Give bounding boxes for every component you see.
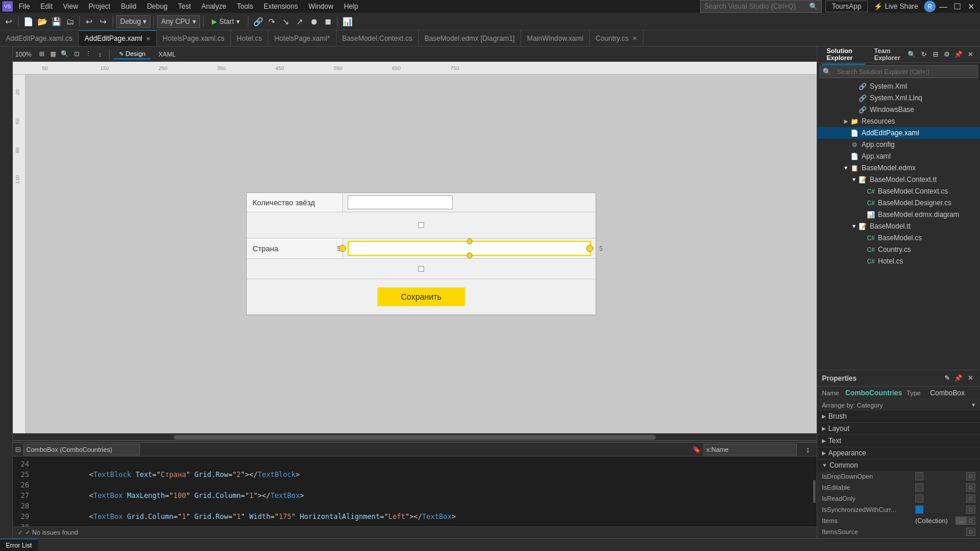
- resize-handle2[interactable]: [418, 266, 424, 272]
- prop-checkbox[interactable]: [915, 494, 923, 503]
- toolbar-breakpoint[interactable]: ⏺: [307, 15, 320, 28]
- prop-section-brush-header[interactable]: ▶ Brush: [817, 410, 980, 422]
- hscroll-thumb[interactable]: [174, 435, 656, 440]
- tree-item-addeditpage-xaml[interactable]: 📄 AddEditPage.xaml: [817, 127, 980, 139]
- grid2-icon[interactable]: ▦: [48, 49, 58, 59]
- toolbar-step-over[interactable]: ↷: [265, 15, 278, 28]
- save-button[interactable]: Сохранить: [377, 287, 465, 306]
- error-list-tab[interactable]: Error List: [0, 539, 38, 551]
- main-search-box[interactable]: 🔍: [700, 0, 822, 13]
- country-combobox[interactable]: [348, 241, 591, 256]
- toolbar-step-out[interactable]: ↗: [293, 15, 306, 28]
- tab-hotel-cs[interactable]: Hotel.cs: [231, 30, 268, 47]
- tab-basemodel-context[interactable]: BaseModel.Context.cs: [337, 30, 419, 47]
- tab-close-country-icon[interactable]: ✕: [632, 35, 637, 41]
- prop-set-btn[interactable]: □: [966, 483, 975, 492]
- prop-set-btn[interactable]: □: [966, 494, 975, 503]
- sol-props-icon[interactable]: ⚙: [942, 50, 952, 60]
- prop-edit-button[interactable]: ...: [956, 517, 966, 525]
- main-search-input[interactable]: [704, 2, 809, 10]
- prop-checkbox[interactable]: [915, 483, 923, 492]
- solution-search[interactable]: 🔍: [820, 65, 978, 78]
- xaml-mode-btn[interactable]: XAML: [153, 49, 181, 59]
- tree-item-app-config[interactable]: ⚙ App.config: [817, 139, 980, 150]
- combobox-name-field[interactable]: [23, 444, 140, 455]
- toolbar-save[interactable]: 💾: [50, 15, 62, 28]
- menu-edit[interactable]: Edit: [36, 1, 57, 12]
- tab-country-cs[interactable]: Country.cs ✕: [590, 30, 643, 47]
- tree-item-model-tt[interactable]: ▼ 📝 BaseModel.tt: [817, 220, 980, 232]
- menu-file[interactable]: File: [14, 1, 34, 12]
- tab-basemodel-edmx[interactable]: BaseModel.edmx [Diagram1]: [419, 30, 522, 47]
- toolbar-undo[interactable]: ↩: [83, 15, 96, 28]
- menu-tools[interactable]: Tools: [232, 1, 258, 12]
- menu-window[interactable]: Window: [304, 1, 338, 12]
- toolbar-redo[interactable]: ↪: [97, 15, 110, 28]
- prop-pin-icon[interactable]: 📌: [953, 373, 964, 384]
- tree-item-designer-cs[interactable]: C# BaseModel.Designer.cs: [817, 197, 980, 209]
- prop-edit-icon[interactable]: ✎: [942, 373, 952, 384]
- toolbar-back[interactable]: ↩: [2, 15, 15, 28]
- menu-project[interactable]: Project: [84, 1, 115, 12]
- toolbar-perf[interactable]: 📊: [341, 15, 354, 28]
- tree-item-system-xml[interactable]: 🔗 System.Xml: [817, 80, 980, 92]
- prop-close-icon[interactable]: ✕: [965, 373, 975, 384]
- prop-set-btn[interactable]: □: [966, 517, 975, 525]
- resize-handle[interactable]: [418, 222, 424, 228]
- team-explorer-tab[interactable]: Team Explorer: [870, 45, 907, 65]
- more-icon[interactable]: ⋮: [83, 49, 93, 59]
- code-expand-btn[interactable]: ↕: [802, 443, 814, 456]
- vscroll-thumb[interactable]: [813, 480, 816, 503]
- menu-analyze[interactable]: Analyze: [197, 1, 231, 12]
- tree-item-basemodel-cs[interactable]: C# BaseModel.cs: [817, 232, 980, 244]
- snap-icon[interactable]: ⊡: [71, 49, 82, 59]
- close-button[interactable]: ✕: [965, 0, 978, 13]
- menu-extensions[interactable]: Extensions: [259, 1, 303, 12]
- tree-item-app-xaml[interactable]: 📄 App.xaml: [817, 150, 980, 162]
- prop-set-btn[interactable]: □: [966, 528, 975, 536]
- designer-hscroll[interactable]: [13, 433, 817, 440]
- tree-item-resources[interactable]: ▶ 📁 Resources: [817, 115, 980, 127]
- sol-refresh-icon[interactable]: ↻: [918, 50, 929, 60]
- live-share-button[interactable]: ⚡ Live Share: [869, 1, 923, 12]
- tree-item-context-tt[interactable]: ▼ 📝 BaseModel.Context.tt: [817, 174, 980, 185]
- prop-set-btn[interactable]: □: [966, 506, 975, 514]
- toolbar-new[interactable]: 📄: [22, 15, 34, 28]
- maximize-button[interactable]: ☐: [951, 0, 964, 13]
- tab-close-icon[interactable]: ✕: [146, 36, 150, 42]
- menu-test[interactable]: Test: [173, 1, 195, 12]
- zoom-icon[interactable]: 🔍: [60, 49, 70, 59]
- toolbar-save-all[interactable]: 🗂: [64, 15, 76, 28]
- prop-arrange[interactable]: Arrange by: Category ▾: [817, 400, 980, 410]
- tree-item-basemodel-edmx[interactable]: ▼ 📋 BaseModel.edmx: [817, 162, 980, 174]
- prop-set-btn[interactable]: □: [966, 472, 975, 480]
- platform-dropdown[interactable]: Any CPU ▾: [157, 15, 200, 28]
- tab-mainwindow[interactable]: MainWindow.xaml: [521, 30, 590, 47]
- prop-checkbox-checked[interactable]: [915, 506, 923, 514]
- vertical-scrollbar[interactable]: [812, 457, 817, 527]
- tab-hotels-cs[interactable]: HotelsPage.xaml.cs: [157, 30, 231, 47]
- tab-add-edit-xaml[interactable]: AddEditPage.xaml ✕: [79, 30, 157, 47]
- toolbar-attach[interactable]: 🔗: [251, 15, 264, 28]
- tree-item-context-cs[interactable]: C# BaseModel.Context.cs: [817, 185, 980, 197]
- tree-item-country-cs[interactable]: C# Country.cs: [817, 244, 980, 255]
- prop-section-text-header[interactable]: ▶ Text: [817, 435, 980, 447]
- sol-pin-icon[interactable]: 📌: [953, 50, 964, 60]
- solution-search-input[interactable]: [834, 68, 977, 75]
- menu-view[interactable]: View: [58, 1, 83, 12]
- grid-icon[interactable]: ⊞: [36, 49, 47, 59]
- start-button[interactable]: ▶ Start ▾: [206, 15, 245, 28]
- prop-section-common-header[interactable]: ▼ Common: [817, 459, 980, 471]
- sol-collapse-icon[interactable]: ⊟: [930, 50, 940, 60]
- scroll-icon[interactable]: ↕: [94, 49, 105, 59]
- tab-hotels-xaml[interactable]: HotelsPage.xaml*: [268, 30, 336, 47]
- toolbar-open[interactable]: 📂: [36, 15, 48, 28]
- sol-search-icon[interactable]: 🔍: [907, 50, 917, 60]
- menu-debug[interactable]: Debug: [142, 1, 172, 12]
- tree-item-hotel-cs[interactable]: C# Hotel.cs: [817, 255, 980, 267]
- menu-help[interactable]: Help: [339, 1, 363, 12]
- toolbar-step-in[interactable]: ↘: [279, 15, 292, 28]
- tree-item-edmx-diagram[interactable]: 📊 BaseModel.edmx.diagram: [817, 209, 980, 220]
- prop-checkbox[interactable]: [915, 472, 923, 480]
- toolbar-stop[interactable]: ⏹: [321, 15, 334, 28]
